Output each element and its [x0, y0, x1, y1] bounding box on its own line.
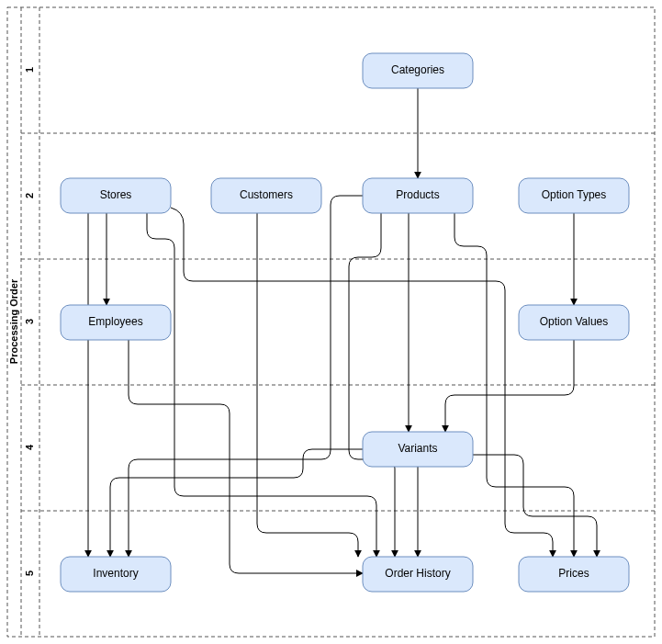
edge-variants-prices: [473, 455, 597, 557]
node-label: Option Values: [540, 315, 609, 328]
node-option-values: Option Values: [519, 305, 629, 340]
axis-title: Processing Order: [8, 278, 19, 364]
node-option-types: Option Types: [519, 178, 629, 213]
node-employees: Employees: [61, 305, 171, 340]
node-label: Inventory: [93, 567, 138, 580]
node-label: Products: [396, 188, 439, 201]
node-label: Categories: [391, 63, 444, 76]
node-stores: Stores: [61, 178, 171, 213]
node-customers: Customers: [211, 178, 321, 213]
node-label: Prices: [558, 567, 589, 580]
edge-employees-orderhistory: [129, 340, 363, 573]
lane-label-1: 1: [24, 67, 35, 73]
node-label: Option Types: [542, 188, 607, 201]
edge-optionvalues-variants: [445, 340, 574, 432]
node-label: Variants: [398, 442, 437, 455]
edge-stores-prices: [171, 208, 553, 557]
node-inventory: Inventory: [61, 557, 171, 592]
node-variants: Variants: [363, 432, 473, 467]
node-label: Customers: [240, 188, 293, 201]
node-label: Employees: [88, 315, 142, 328]
processing-order-diagram: Processing Order 1 2 3 4 5: [0, 0, 662, 644]
lane-label-4: 4: [24, 444, 35, 450]
lane-label-2: 2: [24, 193, 35, 198]
node-prices: Prices: [519, 557, 629, 592]
lane-label-3: 3: [24, 319, 35, 324]
node-order-history: Order History: [363, 557, 473, 592]
edge-products-inventory: [129, 196, 363, 557]
edge-variants-inventory: [110, 449, 363, 557]
lane-label-5: 5: [24, 571, 35, 576]
node-categories: Categories: [363, 53, 473, 88]
node-label: Order History: [385, 567, 450, 580]
node-products: Products: [363, 178, 473, 213]
node-label: Stores: [100, 188, 132, 201]
